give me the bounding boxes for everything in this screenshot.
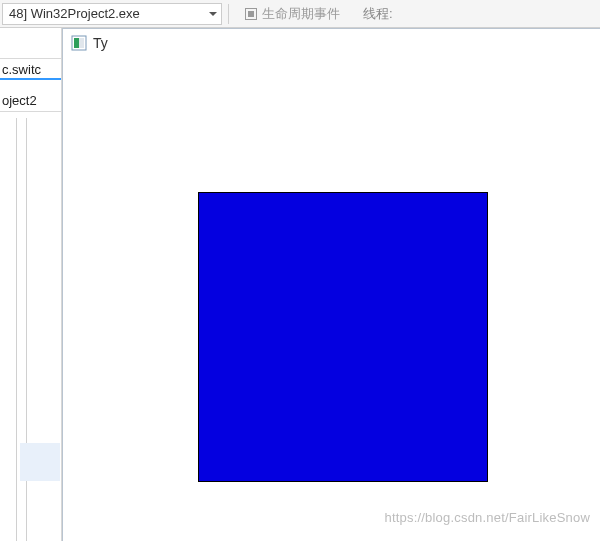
tree-guides	[10, 118, 50, 541]
lifecycle-events-button[interactable]: 生命周期事件	[235, 3, 353, 25]
svg-rect-3	[74, 38, 79, 48]
tab-project-label: oject2	[2, 93, 37, 108]
tree-line-icon	[16, 118, 17, 541]
process-selector-text: 48] Win32Project2.exe	[9, 6, 140, 21]
tab-project[interactable]: oject2	[0, 90, 62, 112]
app-window: Ty https://blog.csdn.net/FairLikeSnow	[62, 28, 600, 541]
title-bar[interactable]: Ty	[63, 29, 600, 57]
svg-rect-1	[248, 11, 254, 17]
thread-label: 线程:	[353, 5, 393, 23]
tab-switch[interactable]: c.switc	[0, 58, 62, 80]
window-title: Ty	[93, 35, 108, 51]
tab-switch-label: c.switc	[2, 62, 41, 77]
chevron-down-icon	[209, 12, 217, 16]
ide-left-panel: c.switc oject2	[0, 28, 62, 541]
toolbar-divider	[228, 4, 229, 24]
lifecycle-events-label: 生命周期事件	[262, 5, 340, 23]
app-icon	[71, 35, 87, 51]
blue-rectangle	[198, 192, 488, 482]
process-selector-combo[interactable]: 48] Win32Project2.exe	[2, 3, 222, 25]
tree-selection-highlight	[20, 443, 60, 481]
svg-rect-4	[79, 38, 84, 48]
ide-toolbar: 48] Win32Project2.exe 生命周期事件 线程:	[0, 0, 600, 28]
lifecycle-icon	[244, 7, 258, 21]
client-area: https://blog.csdn.net/FairLikeSnow	[63, 57, 600, 541]
watermark-text: https://blog.csdn.net/FairLikeSnow	[384, 510, 590, 525]
